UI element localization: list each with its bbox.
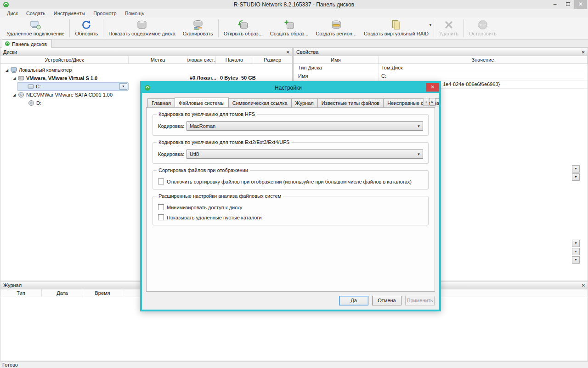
toolbar-button-create-region[interactable]: Создать регион... bbox=[312, 17, 360, 39]
toolbar-button-label: Удалить bbox=[439, 31, 458, 36]
property-dropdown-icon[interactable]: ▼ bbox=[572, 248, 580, 255]
property-dropdown-icon[interactable]: ▼ bbox=[572, 256, 580, 264]
virtual-raid-icon bbox=[391, 19, 402, 30]
ext-encoding-select[interactable]: Utf8 ▼ bbox=[187, 150, 423, 159]
selected-row-highlight[interactable]: C: ▼ bbox=[17, 82, 129, 91]
hard-disk-icon bbox=[18, 75, 24, 81]
property-dropdown-icon[interactable]: ▼ bbox=[572, 240, 580, 247]
encoding-label: Кодировка: bbox=[158, 123, 187, 129]
column-header-name[interactable]: Имя bbox=[294, 56, 379, 63]
property-row[interactable]: Тип Диска Том,Диск bbox=[294, 64, 588, 72]
log-panel-title: Журнал bbox=[3, 282, 22, 288]
column-header-filesystem[interactable]: іловая сист... bbox=[187, 56, 216, 63]
partition-icon bbox=[28, 84, 34, 89]
minimize-disk-access-checkbox[interactable] bbox=[158, 204, 164, 210]
close-icon[interactable]: ✕ bbox=[582, 49, 585, 56]
expander-icon[interactable]: ◢ bbox=[11, 76, 17, 80]
computer-icon bbox=[11, 67, 17, 73]
tree-row-local-computer[interactable]: ◢ Локальный компьютер bbox=[0, 66, 292, 74]
row-dropdown-icon[interactable]: ▼ bbox=[119, 83, 127, 90]
toolbar-separator bbox=[69, 19, 70, 37]
toolbar-button-label: Показать содержимое диска bbox=[108, 31, 175, 36]
chevron-down-icon: ▼ bbox=[415, 124, 423, 128]
tab-scroll-right-icon[interactable]: ► bbox=[430, 98, 435, 106]
column-header-date[interactable]: Дата bbox=[42, 289, 83, 297]
tab-known-file-types[interactable]: Известные типы файлов bbox=[317, 98, 384, 107]
ok-button[interactable]: Да bbox=[339, 296, 368, 305]
settings-dialog: Настройки ✕ Главная Файловые системы Сим… bbox=[140, 81, 441, 311]
hfs-encoding-value: MacRoman bbox=[190, 123, 215, 129]
column-header-time[interactable]: Время bbox=[83, 289, 122, 297]
toolbar-button-remote-connection[interactable]: Удаленное подключение bbox=[3, 17, 68, 39]
tab-main[interactable]: Главная bbox=[147, 98, 175, 107]
toolbar-button-open-image[interactable]: Открыть образ... bbox=[220, 17, 266, 39]
property-dropdown-icon[interactable]: ▼ bbox=[572, 173, 580, 181]
dialog-icon bbox=[144, 85, 151, 91]
property-name: Имя bbox=[294, 72, 379, 80]
menu-tools[interactable]: Инструменты bbox=[50, 10, 90, 17]
group-title: Кодировка по умолчанию для томов Ext2/Ex… bbox=[157, 139, 291, 145]
toolbar-button-create-image[interactable]: Создать образ... bbox=[266, 17, 312, 39]
toolbar-button-label: Обновить bbox=[75, 31, 98, 36]
column-header-value[interactable]: Значение bbox=[379, 56, 588, 63]
cancel-button[interactable]: Отмена bbox=[372, 296, 401, 305]
dialog-title: Настройки bbox=[151, 85, 426, 91]
cell-filesystem: #0 Локал... bbox=[190, 75, 216, 80]
remote-connection-icon bbox=[30, 19, 41, 30]
minimize-button[interactable]: – bbox=[548, 0, 561, 9]
toolbar-button-refresh[interactable]: Обновить bbox=[71, 17, 102, 39]
show-deleted-empty-folders-label: Показывать удаленные пустые каталоги bbox=[167, 215, 262, 220]
toolbar-button-show-disk-contents[interactable]: Показать содержимое диска bbox=[105, 17, 179, 39]
tab-file-systems[interactable]: Файловые системы bbox=[175, 98, 229, 107]
menu-create[interactable]: Создать bbox=[22, 10, 50, 17]
column-header-size[interactable]: Размер bbox=[253, 56, 292, 63]
cell-size: 50 GB bbox=[241, 75, 256, 80]
cd-drive-icon bbox=[18, 92, 24, 98]
tree-row-label: C: bbox=[36, 84, 41, 89]
close-icon[interactable]: ✕ bbox=[286, 49, 290, 56]
hfs-encoding-select[interactable]: MacRoman ▼ bbox=[187, 121, 423, 131]
property-value: Том,Диск bbox=[379, 64, 403, 72]
expander-icon[interactable]: ◢ bbox=[4, 68, 10, 72]
menu-view[interactable]: Просмотр bbox=[89, 10, 120, 17]
close-icon[interactable]: ✕ bbox=[582, 282, 585, 289]
property-dropdown-icon[interactable]: ▼ bbox=[572, 165, 580, 172]
disk-panel-tab-icon bbox=[5, 41, 10, 47]
tree-row-label: NECVMWar VMware SATA CD01 1.00 bbox=[26, 92, 113, 98]
column-header-type[interactable]: Тип bbox=[0, 289, 42, 297]
chevron-down-icon[interactable]: ▼ bbox=[429, 23, 432, 27]
create-image-icon bbox=[284, 19, 295, 30]
tab-symlink[interactable]: Символическая ссылка bbox=[228, 98, 292, 107]
encoding-label: Кодировка: bbox=[158, 151, 187, 157]
toolbar-button-delete: Удалить bbox=[435, 17, 462, 39]
toolbar-button-scan[interactable]: Сканировать bbox=[179, 17, 217, 39]
toolbar-button-create-virtual-raid[interactable]: Создать виртуальный RAID ▼ bbox=[360, 17, 432, 39]
maximize-button[interactable] bbox=[561, 0, 574, 9]
close-button[interactable]: ✕ bbox=[574, 0, 587, 9]
column-header-device[interactable]: Устройство/Диск bbox=[0, 56, 129, 63]
menu-disk[interactable]: Диск bbox=[3, 10, 22, 17]
tab-log[interactable]: Журнал bbox=[291, 98, 318, 107]
disable-sorting-checkbox[interactable] bbox=[158, 178, 164, 184]
ext-encoding-value: Utf8 bbox=[190, 151, 199, 157]
column-header-label[interactable]: Метка bbox=[129, 56, 187, 63]
toolbar-button-label: Создать виртуальный RAID bbox=[364, 31, 429, 36]
scan-icon bbox=[192, 19, 204, 30]
menu-help[interactable]: Помощь bbox=[121, 10, 149, 17]
expander-icon[interactable]: ◢ bbox=[11, 93, 17, 97]
toolbar-separator bbox=[218, 19, 219, 37]
cd-icon bbox=[28, 100, 34, 106]
toolbar-button-label: Открыть образ... bbox=[224, 31, 263, 36]
dialog-close-button[interactable]: ✕ bbox=[426, 83, 439, 92]
show-deleted-empty-folders-checkbox[interactable] bbox=[158, 214, 164, 220]
group-title: Сортировка файлов при отображении bbox=[157, 167, 250, 173]
toolbar-button-label: Сканировать bbox=[183, 31, 213, 36]
disable-sorting-label: Отключить сортировку файлов при отображе… bbox=[167, 179, 412, 184]
property-value: C: bbox=[379, 72, 386, 80]
property-row[interactable]: Имя C: bbox=[294, 72, 588, 80]
tab-disk-panel[interactable]: Панель дисков bbox=[2, 40, 52, 48]
tree-row-label: D: bbox=[36, 100, 41, 106]
tab-scroll-left-icon: ◄ bbox=[423, 98, 429, 106]
property-value-fragment: 1e4-824e-806e6f6e6963} bbox=[443, 81, 500, 87]
column-header-start[interactable]: Начало bbox=[216, 56, 254, 63]
